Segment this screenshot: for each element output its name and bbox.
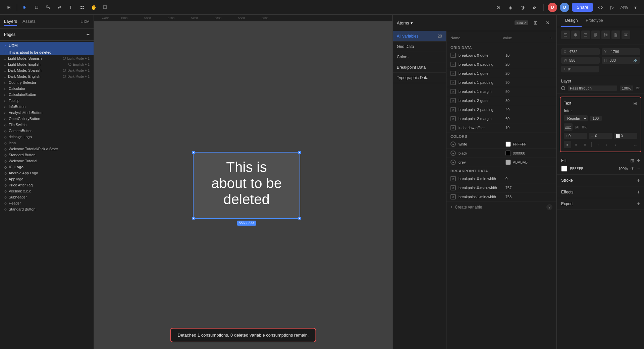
var-row-white[interactable]: ● white FFFFFF: [446, 140, 556, 149]
layer-camera-button[interactable]: ◇ CameraButton: [0, 128, 94, 134]
layer-this-is-about[interactable]: T This is about to be deleted: [0, 49, 94, 55]
theme-button[interactable]: ◑: [518, 3, 527, 12]
letter-spacing-field[interactable]: ↔ 0: [589, 133, 612, 139]
layer-info-button[interactable]: ◇ InfoButton: [0, 104, 94, 110]
x-field[interactable]: X 4782: [561, 48, 600, 55]
atoms-nav-all-variables[interactable]: All variables 28: [393, 31, 446, 42]
var-row-breakpoint-2-gutter[interactable]: # breakpoint-2-gutter 30: [446, 96, 556, 105]
var-row-breakpoint-0-padding[interactable]: # breakpoint-0-padding 20: [446, 60, 556, 69]
canvas-frame[interactable]: This isabout to bedeleted 556 × 333: [193, 152, 300, 219]
align-center-v-button[interactable]: [601, 31, 610, 39]
text-align-right-button[interactable]: ≡: [581, 141, 589, 148]
fill-remove-button[interactable]: −: [637, 166, 640, 171]
var-row-black[interactable]: ● black 000000: [446, 149, 556, 158]
layer-standard-button-1[interactable]: ◇ Standard Button: [0, 152, 94, 158]
var-row-breakpoint-2-margin[interactable]: # breakpoint-2-margin 60: [446, 114, 556, 123]
effects-add-button[interactable]: +: [637, 189, 640, 195]
text-valign-top-button[interactable]: ↑: [594, 141, 602, 148]
resize-handle-tl[interactable]: [192, 151, 195, 154]
align-center-h-button[interactable]: [571, 31, 580, 39]
hand-tool-button[interactable]: ✋: [89, 3, 98, 12]
layer-app-logo[interactable]: ◇ App logo: [0, 176, 94, 182]
text-more-button[interactable]: ⊞: [633, 101, 637, 106]
align-top-button[interactable]: [591, 31, 600, 39]
variables-button[interactable]: ◈: [506, 3, 515, 12]
create-variable-row[interactable]: + Create variable ?: [446, 201, 556, 213]
paragraph-spacing-field[interactable]: ⬜ 0: [614, 133, 637, 139]
present-button[interactable]: ▷: [608, 3, 617, 12]
layer-header[interactable]: ◇ Header: [0, 200, 94, 206]
var-row-breakpoint-0-min-width[interactable]: # breakpoint-0-min-width 0: [446, 174, 556, 183]
font-style-select[interactable]: Regular: [564, 115, 588, 121]
var-row-breakpoint-1-padding[interactable]: # breakpoint-1-padding 30: [446, 78, 556, 87]
page-item-uxm[interactable]: ✓ UXM: [0, 42, 94, 49]
link-proportional-icon[interactable]: 🔗: [633, 59, 637, 62]
layer-price-after-tag[interactable]: ◇ Price After Tag: [0, 182, 94, 188]
atoms-nav-breakpoint[interactable]: Breakpoint Data: [393, 62, 446, 73]
fill-hex-value[interactable]: FFFFFF: [570, 167, 616, 171]
w-field[interactable]: W 556: [561, 57, 600, 64]
shapes-tool-button[interactable]: [43, 3, 53, 12]
comment-tool-button[interactable]: [100, 3, 110, 12]
prototype-tab[interactable]: Prototype: [582, 15, 607, 27]
layer-flip-switch[interactable]: ◇ Flip Switch: [0, 122, 94, 128]
align-left-button[interactable]: [561, 31, 570, 39]
layer-calculator[interactable]: ◇ Calculator: [0, 85, 94, 92]
layer-delasign-logo[interactable]: ◇ delasign Logo: [0, 134, 94, 140]
layer-light-mode-spanish[interactable]: □ Light Mode, Spanish Light Mode + 1: [0, 55, 94, 61]
layer-subheader[interactable]: ◇ Subheader: [0, 194, 94, 200]
var-row-breakpoint-1-min-width[interactable]: # breakpoint-1-min-width 768: [446, 192, 556, 201]
code-button[interactable]: [596, 3, 605, 12]
layer-icon[interactable]: ◇ Icon: [0, 140, 94, 146]
layers-tab[interactable]: Layers: [4, 17, 17, 26]
text-align-center-button[interactable]: ≡: [573, 141, 580, 148]
resize-handle-bl[interactable]: [192, 217, 195, 220]
layer-light-mode-english[interactable]: □ Light Mode, English English + 1: [0, 61, 94, 67]
stroke-add-button[interactable]: +: [637, 177, 640, 183]
atoms-grid-button[interactable]: ⊞: [531, 18, 540, 27]
text-valign-bottom-button[interactable]: ↓: [612, 141, 619, 148]
distribute-button[interactable]: [622, 31, 630, 39]
blend-mode-select[interactable]: Pass through: [568, 85, 617, 91]
text-tool-button[interactable]: T: [66, 3, 75, 12]
var-row-k-shadow-offset[interactable]: # k-shadow-offset 10: [446, 123, 556, 132]
layer-welcome-tutorial-pick[interactable]: ◇ Welcome Tutorial/Pick a State: [0, 146, 94, 152]
var-row-breakpoint-0-gutter[interactable]: # breakpoint-0-gutter 10: [446, 51, 556, 60]
var-row-breakpoint-1-margin[interactable]: # breakpoint-1-margin 50: [446, 87, 556, 96]
frame-tool-button[interactable]: [32, 3, 41, 12]
atoms-nav-typographic[interactable]: Typographic Data: [393, 73, 446, 83]
visibility-toggle[interactable]: 👁: [636, 86, 640, 91]
help-icon[interactable]: ?: [546, 204, 552, 210]
fill-color-swatch[interactable]: [561, 166, 567, 172]
share-button[interactable]: Share: [572, 3, 593, 12]
atoms-close-button[interactable]: ✕: [543, 18, 552, 27]
zoom-dropdown-button[interactable]: ▾: [631, 3, 640, 12]
pen-tool-button[interactable]: [55, 3, 64, 12]
menu-button[interactable]: ⊞: [4, 3, 13, 12]
cursor-tool-button[interactable]: [20, 3, 30, 12]
text-align-left-button[interactable]: ≡: [564, 141, 571, 148]
frame-selection[interactable]: This isabout to bedeleted 556 × 333: [193, 152, 300, 219]
layer-welcome-tutorial[interactable]: ◇ Welcome Tutorial: [0, 158, 94, 164]
rotation-field[interactable]: ↻ 0°: [561, 66, 599, 72]
fill-opacity-value[interactable]: 100%: [619, 167, 628, 171]
assets-tab[interactable]: Assets: [22, 17, 36, 26]
layer-ic-logo[interactable]: ◇ IC_Logo: [0, 164, 94, 170]
opacity-field[interactable]: 100%: [620, 85, 633, 91]
text-more-options-button[interactable]: ...: [634, 142, 637, 147]
text-valign-mid-button[interactable]: ↕: [603, 141, 610, 148]
components-tool-button[interactable]: [77, 3, 87, 12]
layer-analysis-mode-button[interactable]: ◇ AnalysisModeButton: [0, 110, 94, 116]
fill-add-button[interactable]: +: [637, 158, 640, 164]
layer-android-app-logo[interactable]: ◇ Android App Logo: [0, 170, 94, 176]
design-tab[interactable]: Design: [561, 15, 582, 27]
add-page-button[interactable]: +: [87, 32, 90, 38]
link-button[interactable]: [530, 3, 539, 12]
resize-handle-tr[interactable]: [298, 151, 301, 154]
line-height-field[interactable]: ↕ 0: [564, 133, 587, 139]
atoms-nav-grid-data[interactable]: Grid Data: [393, 42, 446, 52]
text-auto-btn[interactable]: Auto: [564, 123, 573, 131]
layer-dark-mode-english[interactable]: □ Dark Mode, English Dark Mode + 1: [0, 73, 94, 79]
atoms-nav-colors[interactable]: Colors: [393, 52, 446, 62]
layer-open-gallery-button[interactable]: ◇ OpenGalleryButton: [0, 116, 94, 122]
